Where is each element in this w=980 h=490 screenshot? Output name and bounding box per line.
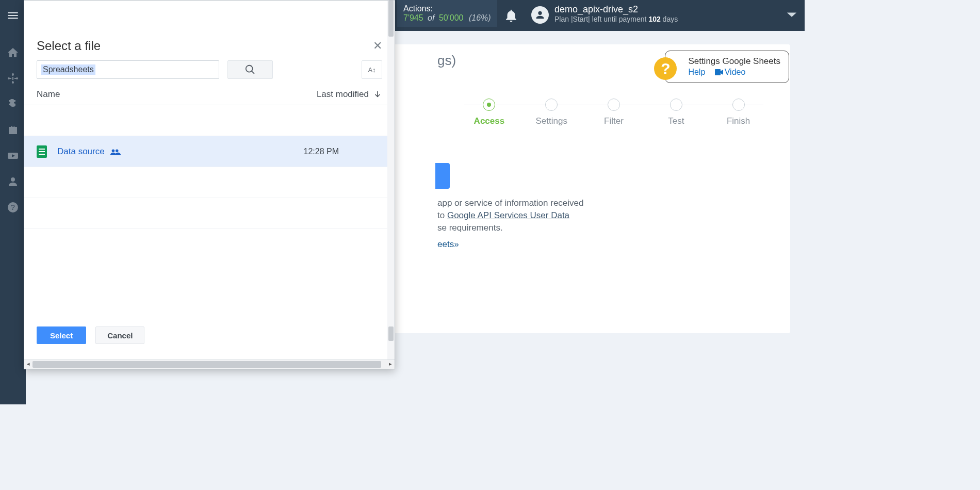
- policy-line: to: [437, 210, 447, 220]
- file-picker-modal: Select a file ✕ Spreadsheets A↕ Name Las…: [24, 0, 395, 369]
- sort-icon: A↕: [368, 66, 375, 74]
- plan-info: Plan |Start| left until payment 102 days: [554, 15, 678, 23]
- shared-icon: [110, 148, 121, 155]
- step-label: Filter: [604, 116, 624, 126]
- help-icon[interactable]: ?: [7, 201, 19, 214]
- svg-point-9: [116, 149, 119, 152]
- step-label: Finish: [727, 116, 750, 126]
- chevron-down-icon[interactable]: [786, 11, 797, 21]
- briefcase-icon[interactable]: [7, 124, 19, 136]
- picker-row-empty: [24, 198, 395, 229]
- youtube-icon[interactable]: [7, 150, 19, 162]
- picker-footer: Select Cancel: [24, 319, 395, 360]
- step-test[interactable]: Test: [645, 99, 707, 126]
- search-button[interactable]: [227, 60, 273, 79]
- step-label: Access: [474, 116, 505, 126]
- link-arrows: »: [454, 239, 459, 249]
- actions-pct: (16%): [469, 13, 491, 22]
- file-time: 12:28 PM: [304, 147, 339, 156]
- picker-top-gap: [24, 1, 395, 34]
- svg-point-4: [11, 177, 15, 182]
- step-access[interactable]: Access: [458, 99, 520, 126]
- svg-point-0: [12, 73, 14, 75]
- picker-header: Select a file ✕: [24, 34, 395, 53]
- svg-text:?: ?: [11, 203, 15, 211]
- step-filter[interactable]: Filter: [583, 99, 645, 126]
- arrow-down-icon: [373, 90, 382, 99]
- search-value: Spreadsheets: [41, 64, 95, 75]
- svg-point-1: [8, 77, 10, 79]
- picker-row-empty: [24, 167, 395, 198]
- video-icon: [715, 68, 723, 77]
- sheets-link-fragment[interactable]: eets»: [437, 239, 459, 250]
- plan-days-suffix: days: [661, 15, 678, 23]
- left-sidebar: ?: [0, 31, 26, 404]
- step-settings[interactable]: Settings: [520, 99, 583, 126]
- sort-button[interactable]: A↕: [362, 60, 382, 79]
- picker-row[interactable]: Data source 12:28 PM: [24, 136, 395, 167]
- link-text: eets: [437, 239, 454, 249]
- file-name: Data source: [57, 146, 105, 157]
- home-icon[interactable]: [7, 46, 19, 59]
- actions-limit: 50'000: [439, 13, 464, 22]
- picker-columns: Name Last modified: [24, 84, 395, 105]
- search-input[interactable]: Spreadsheets: [37, 60, 219, 79]
- plan-prefix: Plan |Start| left until payment: [554, 15, 648, 23]
- profile-icon[interactable]: [7, 175, 19, 188]
- button-fragment[interactable]: [435, 163, 450, 189]
- page-title-fragment: gs): [437, 53, 456, 69]
- user-block[interactable]: demo_apix-drive_s2 Plan |Start| left unt…: [554, 4, 678, 23]
- notifications-icon[interactable]: [503, 8, 519, 25]
- plan-days: 102: [648, 15, 660, 23]
- video-link[interactable]: Video: [725, 68, 746, 76]
- sheets-icon: [37, 145, 47, 158]
- col-name[interactable]: Name: [37, 89, 317, 100]
- actions-of: of: [428, 13, 434, 22]
- vertical-scrollbar[interactable]: [387, 1, 395, 360]
- select-button[interactable]: Select: [37, 326, 86, 344]
- svg-rect-7: [715, 69, 721, 75]
- menu-icon[interactable]: [0, 0, 26, 31]
- step-finish[interactable]: Finish: [707, 99, 770, 126]
- billing-icon[interactable]: [7, 98, 19, 110]
- horizontal-scrollbar[interactable]: ◂▸: [24, 360, 395, 369]
- step-label: Test: [668, 116, 684, 126]
- avatar-icon[interactable]: [531, 6, 549, 24]
- col-modified[interactable]: Last modified: [317, 89, 382, 100]
- cancel-button[interactable]: Cancel: [95, 326, 144, 344]
- help-link[interactable]: Help: [688, 68, 705, 76]
- policy-line: se requirements.: [437, 222, 583, 234]
- connections-icon[interactable]: [7, 72, 19, 85]
- help-title: Settings Google Sheets: [688, 56, 780, 67]
- actions-label: Actions:: [403, 4, 491, 13]
- svg-point-8: [111, 149, 115, 152]
- svg-point-2: [16, 77, 18, 79]
- svg-point-3: [12, 81, 14, 84]
- picker-toolbar: Spreadsheets A↕: [24, 53, 395, 84]
- step-label: Settings: [535, 116, 567, 126]
- username: demo_apix-drive_s2: [554, 4, 678, 15]
- actions-used: 7'945: [403, 13, 423, 22]
- step-track: Access Settings Filter Test Finish: [458, 99, 770, 126]
- question-icon: ?: [654, 57, 677, 80]
- picker-title: Select a file: [37, 39, 101, 53]
- policy-text: app or service of information received t…: [437, 197, 583, 234]
- close-icon[interactable]: ✕: [373, 39, 382, 53]
- policy-link[interactable]: Google API Services User Data: [447, 210, 569, 220]
- col-modified-label: Last modified: [317, 89, 369, 100]
- help-bubble: ? Settings Google Sheets Help Video: [665, 51, 789, 83]
- policy-line: app or service of information received: [437, 197, 583, 209]
- actions-counter: Actions: 7'945 of 50'000 (16%): [397, 0, 497, 27]
- search-icon: [244, 64, 256, 75]
- picker-row-empty: [24, 105, 395, 136]
- picker-rows: Data source 12:28 PM: [24, 105, 395, 319]
